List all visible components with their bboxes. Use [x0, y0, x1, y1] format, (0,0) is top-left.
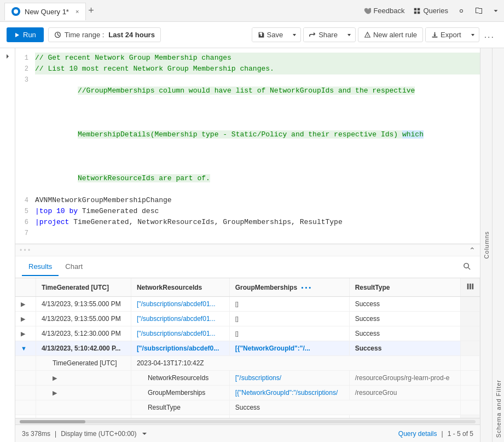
scrollbar-track: [20, 420, 476, 423]
tab-actions: Feedback Queries: [363, 7, 500, 15]
detail-actions-network: [461, 371, 480, 386]
col-network-header[interactable]: NetworkResourceIds: [131, 278, 229, 297]
line-content-6: |project TimeGenerated, NetworkResourceI…: [35, 217, 480, 228]
export-arrow-btn[interactable]: [467, 30, 479, 41]
detail-expand-network[interactable]: ▶: [36, 371, 131, 386]
schema-sidebar[interactable]: Schema and Filter: [492, 48, 504, 442]
detail-extra-network: /resourceGroups/rg-learn-prod-e: [349, 371, 460, 386]
line-content-3: //GroupMemberships column would have lis…: [35, 74, 480, 195]
results-section: Results Chart TimeGenerated [UTC] Networ…: [15, 256, 480, 442]
share-chevron-icon: [346, 32, 352, 38]
tab-close-btn[interactable]: ×: [76, 8, 79, 15]
tab-chart[interactable]: Chart: [59, 258, 89, 276]
col-result-header[interactable]: ResultType: [349, 278, 460, 297]
resize-handle[interactable]: • • • ⌃: [15, 245, 480, 256]
line-num-2: 2: [15, 64, 35, 74]
detail-indent-result: [15, 400, 36, 415]
detail-extra-group: /resourceGrou: [349, 386, 460, 400]
detail-row-time: TimeGenerated [UTC] 2023-04-13T17:10:42Z: [15, 356, 480, 371]
col-actions-header: [461, 278, 480, 297]
code-editor[interactable]: 1 // Get recent Network Group Membership…: [15, 48, 480, 245]
heart-icon: [363, 7, 371, 15]
detail-actions-time: [461, 356, 480, 371]
results-table: TimeGenerated [UTC] NetworkResourceIds G…: [15, 278, 480, 418]
export-icon: [431, 31, 438, 38]
queries-btn[interactable]: Queries: [413, 7, 448, 15]
query-tab[interactable]: New Query 1* ×: [4, 3, 86, 20]
row1-result: Success: [349, 297, 460, 312]
book-btn[interactable]: [474, 7, 483, 15]
table-row: ▶ 4/13/2023, 9:13:55.000 PM ["/subscript…: [15, 312, 480, 326]
scrollbar-thumb[interactable]: [20, 420, 85, 423]
col-time-header[interactable]: TimeGenerated [UTC]: [36, 278, 131, 297]
col-group-filter-icon[interactable]: • • •: [301, 284, 311, 291]
row1-expand[interactable]: ▶: [15, 297, 36, 312]
main-content: 1 // Get recent Network Group Membership…: [0, 48, 504, 442]
svg-rect-1: [414, 8, 416, 10]
share-main-btn[interactable]: Share: [304, 28, 343, 42]
detail-label-group: GroupMemberships: [131, 386, 229, 400]
line-content-5: |top 10 by TimeGenerated desc: [35, 206, 480, 217]
run-button[interactable]: Run: [7, 27, 44, 42]
collapse-up-icon[interactable]: ⌃: [469, 246, 476, 255]
time-range-btn[interactable]: Time range : Last 24 hours: [48, 27, 161, 42]
row3-group: []: [229, 326, 349, 341]
save-main-btn[interactable]: Save: [252, 28, 289, 42]
export-label: Export: [441, 31, 461, 39]
line-num-7: 7: [15, 228, 35, 239]
queries-label: Queries: [423, 7, 448, 15]
horizontal-scrollbar[interactable]: [15, 418, 480, 424]
clock-icon: [54, 31, 61, 38]
display-time-chevron-icon[interactable]: [141, 430, 148, 437]
new-tab-btn[interactable]: +: [88, 5, 94, 16]
new-alert-label: New alert rule: [373, 31, 417, 39]
expand-btn[interactable]: [492, 7, 500, 15]
table-row-expanded: ▼ 4/13/2023, 5:10:42.000 P... ["/subscri…: [15, 341, 480, 356]
share-arrow-btn[interactable]: [343, 30, 355, 41]
results-tbody: ▶ 4/13/2023, 9:13:55.000 PM ["/subscript…: [15, 297, 480, 418]
row2-group: []: [229, 312, 349, 326]
row4-group: [{"NetworkGroupId":"/...: [229, 341, 349, 356]
detail-expand-group[interactable]: ▶: [36, 386, 131, 400]
detail-label-time: TimeGenerated [UTC]: [36, 356, 131, 371]
new-alert-btn[interactable]: New alert rule: [358, 27, 423, 42]
save-chevron-icon: [292, 32, 297, 38]
table-row: ▶ 4/13/2023, 9:13:55.000 PM ["/subscript…: [15, 297, 480, 312]
row4-expand[interactable]: ▼: [15, 341, 36, 356]
row2-actions: [461, 312, 480, 326]
row3-actions: [461, 326, 480, 341]
row2-network: ["/subscriptions/abcdef01...: [131, 312, 229, 326]
query-details-link[interactable]: Query details: [398, 430, 437, 438]
row1-group: []: [229, 297, 349, 312]
share-split-btn[interactable]: Share: [303, 27, 356, 42]
run-label: Run: [23, 31, 36, 39]
feedback-btn[interactable]: Feedback: [363, 7, 404, 15]
time-range-label: Time range :: [65, 31, 105, 39]
book-icon: [474, 7, 483, 15]
save-arrow-btn[interactable]: [288, 30, 300, 41]
columns-icon[interactable]: [466, 283, 474, 290]
save-split-btn[interactable]: Save: [252, 27, 302, 42]
row3-result: Success: [349, 326, 460, 341]
row3-time: 4/13/2023, 5:12:30.000 PM: [36, 326, 131, 341]
table-header: TimeGenerated [UTC] NetworkResourceIds G…: [15, 278, 480, 297]
row3-expand[interactable]: ▶: [15, 326, 36, 341]
detail-row-network: ▶ NetworkResourceIds ["/subscriptions/ /…: [15, 371, 480, 386]
row2-expand[interactable]: ▶: [15, 312, 36, 326]
col-expand-header: [15, 278, 36, 297]
settings-btn[interactable]: [457, 7, 466, 15]
export-main-btn[interactable]: Export: [426, 28, 467, 42]
search-results-btn[interactable]: [461, 260, 473, 274]
columns-panel[interactable]: Columns: [480, 48, 492, 442]
detail-label-result: ResultType: [131, 400, 229, 415]
side-collapse-btn[interactable]: [0, 48, 15, 442]
tab-results[interactable]: Results: [22, 258, 59, 276]
export-split-btn[interactable]: Export: [425, 27, 479, 42]
code-line-7: 7: [15, 228, 480, 239]
code-line-1: 1 // Get recent Network Group Membership…: [15, 53, 480, 64]
svg-rect-9: [467, 284, 469, 290]
more-btn[interactable]: ...: [482, 27, 497, 43]
results-tabs: Results Chart: [15, 256, 480, 278]
col-group-header[interactable]: GroupMemberships • • •: [229, 278, 349, 297]
detail-actions-result: [461, 400, 480, 415]
